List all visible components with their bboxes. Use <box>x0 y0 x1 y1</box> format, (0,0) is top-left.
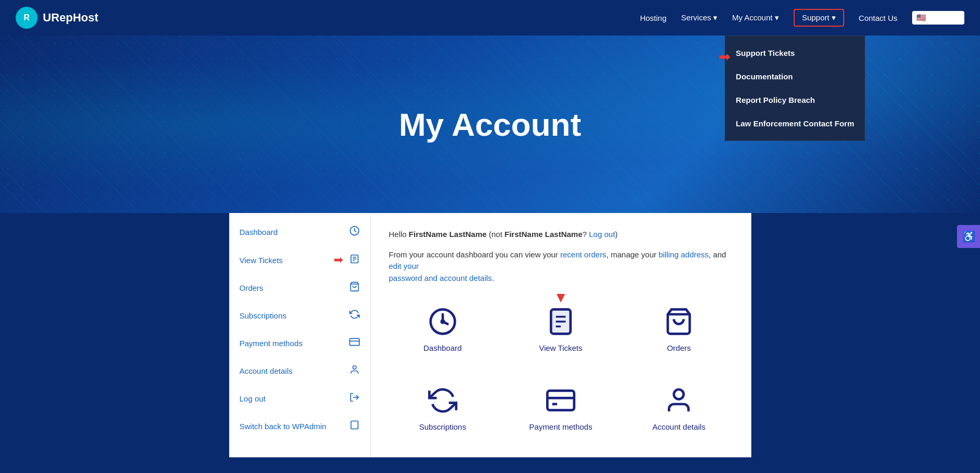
red-arrow-view-tickets: ▼ <box>553 289 568 306</box>
nav-services[interactable]: Services ▾ <box>681 13 717 22</box>
sidebar-item-subscriptions[interactable]: Subscriptions <box>229 302 370 329</box>
accessibility-button[interactable]: ♿ <box>957 225 980 248</box>
tickets-icon-symbol <box>544 305 577 338</box>
sidebar-item-label: View Tickets <box>240 256 283 265</box>
icon-card-dashboard[interactable]: Dashboard <box>389 294 497 363</box>
sidebar-item-label: Switch back to WPAdmin <box>240 422 326 431</box>
svg-point-21 <box>674 389 684 399</box>
hero-title: My Account <box>399 106 581 143</box>
icon-label-subscriptions: Subscriptions <box>419 422 466 431</box>
support-dropdown-item-policy[interactable]: Report Policy Breach <box>725 88 865 112</box>
sidebar: Dashboard View Tickets ➡ Orders Subscrip… <box>229 213 370 457</box>
lang-chevron-icon: ▾ <box>956 13 960 22</box>
sidebar-item-account-details[interactable]: Account details <box>229 357 370 385</box>
icon-card-account-details[interactable]: Account details <box>625 373 733 442</box>
recent-orders-link[interactable]: recent orders <box>560 250 606 259</box>
wpadmin-icon <box>349 420 360 433</box>
sidebar-item-dashboard[interactable]: Dashboard <box>229 218 370 246</box>
not-user-name: FirstName LastName <box>504 230 582 239</box>
icon-card-payment-methods[interactable]: Payment methods <box>507 373 615 442</box>
billing-address-link[interactable]: billing address <box>658 250 709 259</box>
sidebar-item-label: Account details <box>240 366 293 375</box>
icon-card-orders[interactable]: Orders <box>625 294 733 363</box>
sidebar-item-payment-methods[interactable]: Payment methods <box>229 329 370 357</box>
svg-point-8 <box>352 366 356 370</box>
red-arrow-support-tickets: ➡ <box>718 48 730 65</box>
icon-label-orders: Orders <box>667 344 691 352</box>
language-text: English <box>928 14 954 22</box>
svg-point-12 <box>440 319 445 324</box>
icon-card-subscriptions[interactable]: Subscriptions <box>389 373 497 442</box>
accessibility-icon: ♿ <box>962 230 975 243</box>
subscriptions-icon <box>349 309 360 322</box>
sidebar-item-label: Subscriptions <box>240 311 287 320</box>
support-dropdown-item-law[interactable]: Law Enforcement Contact Form <box>725 112 865 135</box>
edit-your-link[interactable]: edit yourpassword and account details <box>389 262 492 282</box>
support-dropdown-item-tickets[interactable]: Support Tickets <box>725 41 865 65</box>
nav-links: Hosting Services ▾ My Account ▾ Support … <box>640 9 964 27</box>
navbar: R URepHost Hosting Services ▾ My Account… <box>0 0 980 36</box>
tickets-icon <box>349 254 360 267</box>
dashboard-icon-symbol <box>426 305 459 338</box>
svg-rect-18 <box>547 391 574 410</box>
logout-link[interactable]: Log out <box>589 230 615 239</box>
sidebar-item-label: Orders <box>240 283 264 292</box>
orders-icon-symbol <box>662 305 695 338</box>
welcome-message: Hello FirstName LastName (not FirstName … <box>389 229 733 241</box>
account-icon <box>349 364 360 377</box>
dashboard-area: Hello FirstName LastName (not FirstName … <box>370 213 751 457</box>
dashboard-icon <box>349 226 360 239</box>
orders-icon <box>349 281 360 294</box>
payment-icon <box>349 337 360 350</box>
sidebar-item-orders[interactable]: Orders <box>229 274 370 302</box>
logo-text: URepHost <box>43 11 98 25</box>
language-selector[interactable]: 🇺🇸 English ▾ <box>912 11 964 25</box>
subscriptions-icon-symbol <box>426 384 459 417</box>
sidebar-item-label: Payment methods <box>240 339 303 348</box>
icon-label-dashboard: Dashboard <box>423 344 462 352</box>
support-dropdown: Support Tickets Documentation Report Pol… <box>725 36 865 141</box>
icon-label-payment-methods: Payment methods <box>529 422 593 431</box>
svg-rect-10 <box>351 421 358 429</box>
icon-card-view-tickets[interactable]: ▼ View Tickets <box>507 294 615 363</box>
sidebar-item-label: Log out <box>240 394 266 403</box>
nav-hosting[interactable]: Hosting <box>640 14 667 22</box>
svg-rect-6 <box>349 338 359 345</box>
nav-support[interactable]: Support ▾ <box>794 9 844 27</box>
sidebar-item-label: Dashboard <box>240 228 278 236</box>
user-name: FirstName LastName <box>409 230 487 239</box>
sidebar-item-view-tickets[interactable]: View Tickets ➡ <box>229 246 370 274</box>
account-icon-symbol <box>662 384 695 417</box>
logo[interactable]: R URepHost <box>16 7 98 29</box>
red-arrow-sidebar: ➡ <box>334 253 343 267</box>
logout-icon <box>349 392 360 405</box>
dashboard-description: From your account dashboard you can view… <box>389 249 733 285</box>
icon-label-view-tickets: View Tickets <box>539 344 582 352</box>
logo-icon: R <box>16 7 38 29</box>
icon-label-account-details: Account details <box>652 422 705 431</box>
sidebar-item-switch-wpadmin[interactable]: Switch back to WPAdmin <box>229 412 370 440</box>
main-content: Dashboard View Tickets ➡ Orders Subscrip… <box>229 213 751 457</box>
sidebar-item-logout[interactable]: Log out <box>229 385 370 412</box>
icon-grid: Dashboard ▼ View Tickets <box>389 294 733 442</box>
nav-my-account[interactable]: My Account ▾ <box>732 13 779 22</box>
payment-icon-symbol <box>544 384 577 417</box>
support-dropdown-item-docs[interactable]: Documentation <box>725 65 865 88</box>
hello-text: Hello <box>389 230 409 239</box>
flag-icon: 🇺🇸 <box>916 13 926 22</box>
nav-contact-us[interactable]: Contact Us <box>859 14 898 22</box>
